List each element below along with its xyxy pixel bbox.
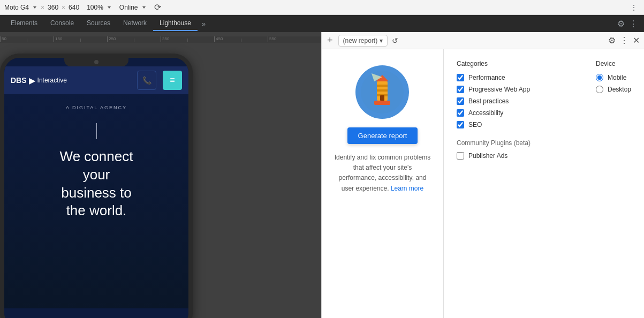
- heading-line2: your: [83, 166, 110, 183]
- best-practices-checkbox[interactable]: [457, 97, 464, 105]
- device-selector[interactable]: Moto G4: [4, 4, 29, 11]
- svg-rect-6: [377, 85, 388, 87]
- width-value[interactable]: 360: [48, 4, 58, 11]
- accessibility-checkbox[interactable]: [457, 109, 464, 117]
- site-logo: DBS ▶ Interactive: [11, 75, 67, 86]
- zoom-dropdown-icon[interactable]: [107, 5, 112, 10]
- device-desktop: Desktop: [596, 86, 631, 93]
- rotate-icon[interactable]: ⟳: [154, 2, 161, 12]
- svg-marker-1: [108, 6, 111, 9]
- heading-line1: We connect: [60, 148, 133, 164]
- accessibility-label: Accessibility: [468, 109, 503, 117]
- devtools-tabs-bar: Elements Console Sources Network Lightho…: [0, 15, 644, 32]
- phone-icon: 📞: [142, 76, 151, 85]
- nav-menu-button[interactable]: ≡: [163, 71, 182, 90]
- ruler-tick: 450: [214, 36, 241, 42]
- mobile-label: Mobile: [608, 74, 626, 81]
- device-mobile: Mobile: [596, 74, 631, 81]
- device-section: Device Mobile Desktop: [596, 60, 631, 307]
- desktop-radio[interactable]: [596, 86, 603, 93]
- phone-notch: [64, 58, 128, 66]
- report-dropdown-arrow-icon: ▾: [380, 37, 383, 44]
- category-performance: Performance: [457, 74, 574, 81]
- dim-x: ×: [62, 4, 65, 11]
- ruler-tick: 550: [268, 36, 294, 42]
- site-hero: A DIGITAL AGENCY We connect your busines…: [4, 94, 188, 308]
- mobile-radio[interactable]: [596, 74, 603, 81]
- pwa-label: Progressive Web App: [468, 86, 530, 93]
- ruler-tick: [187, 39, 214, 42]
- desktop-label: Desktop: [608, 86, 631, 93]
- publisher-ads-label: Publisher Ads: [468, 152, 507, 160]
- svg-rect-7: [377, 89, 388, 92]
- phone-container: DBS ▶ Interactive 📞 ≡: [0, 43, 193, 318]
- site-tagline: A DIGITAL AGENCY: [13, 105, 180, 110]
- learn-more-link[interactable]: Learn more: [391, 185, 423, 192]
- category-pwa: Progressive Web App: [457, 86, 574, 93]
- zoom-selector[interactable]: 100%: [87, 4, 103, 11]
- main-content: 50 150 250 350 450 550: [0, 32, 644, 318]
- lighthouse-intro: Generate report Identify and fix common …: [322, 49, 444, 318]
- tab-console[interactable]: Console: [44, 16, 80, 31]
- category-best-practices: Best practices: [457, 97, 574, 105]
- tab-lighthouse[interactable]: Lighthouse: [153, 16, 198, 31]
- plugin-publisher-ads: Publisher Ads: [457, 152, 574, 160]
- ruler-tick: [27, 39, 54, 42]
- height-value[interactable]: 640: [69, 4, 79, 11]
- ruler-tick: 150: [54, 36, 80, 42]
- site-divider: [96, 123, 97, 139]
- report-dropdown[interactable]: (new report) ▾: [338, 35, 388, 47]
- device-title: Device: [596, 60, 631, 67]
- phone-screen: DBS ▶ Interactive 📞 ≡: [4, 58, 188, 318]
- category-accessibility: Accessibility: [457, 109, 574, 117]
- hamburger-icon: ≡: [170, 75, 175, 85]
- tab-more[interactable]: »: [198, 17, 210, 31]
- dim-separator: ×: [41, 4, 44, 11]
- performance-checkbox[interactable]: [457, 74, 464, 81]
- svg-marker-0: [33, 6, 36, 9]
- lighthouse-close-button[interactable]: ✕: [633, 35, 640, 46]
- publisher-ads-checkbox[interactable]: [457, 152, 464, 160]
- devtools-settings-button[interactable]: ⚙: [615, 18, 627, 30]
- network-dropdown-icon[interactable]: [141, 5, 147, 10]
- heading-line4: the world.: [66, 202, 127, 218]
- best-practices-label: Best practices: [468, 97, 509, 105]
- toolbar-more-button[interactable]: ⋮: [628, 2, 640, 13]
- nav-phone-button[interactable]: 📞: [137, 71, 156, 90]
- lighthouse-panel: + (new report) ▾ ↺ ⚙ ⋮ ✕: [321, 32, 644, 318]
- new-report-button[interactable]: +: [326, 34, 334, 47]
- ruler-area: 50 150 250 350 450 550: [0, 36, 321, 43]
- lighthouse-logo-svg: [361, 71, 404, 113]
- ruler-tick: 50: [0, 36, 27, 42]
- tab-sources[interactable]: Sources: [80, 16, 117, 31]
- seo-label: SEO: [468, 121, 482, 128]
- devtools-more-button[interactable]: ⋮: [627, 18, 640, 30]
- logo-arrow-icon: ▶: [29, 75, 35, 86]
- phone-frame: DBS ▶ Interactive 📞 ≡: [0, 54, 193, 318]
- seo-checkbox[interactable]: [457, 121, 464, 128]
- pwa-checkbox[interactable]: [457, 86, 464, 93]
- phone-camera: [94, 60, 99, 64]
- clear-history-button[interactable]: ↺: [392, 36, 398, 45]
- generate-report-button[interactable]: Generate report: [347, 127, 418, 144]
- logo-interactive: Interactive: [37, 77, 67, 84]
- lighthouse-more-button[interactable]: ⋮: [620, 35, 628, 46]
- ruler-tick: [80, 39, 107, 42]
- community-title: Community Plugins (beta): [457, 139, 574, 147]
- site-heading: We connect your business to the world.: [13, 148, 180, 220]
- lighthouse-settings-button[interactable]: ⚙: [608, 35, 616, 46]
- network-selector[interactable]: Online: [119, 4, 138, 11]
- tab-network[interactable]: Network: [117, 16, 153, 31]
- community-section: Community Plugins (beta) Publisher Ads: [457, 139, 574, 160]
- svg-rect-9: [374, 101, 390, 105]
- categories-section: Categories Performance Progressive Web A…: [457, 60, 574, 307]
- lighthouse-logo: [355, 65, 409, 119]
- ruler-tick: [241, 39, 268, 42]
- ruler-tick: [134, 39, 161, 42]
- tab-elements[interactable]: Elements: [4, 16, 44, 31]
- ruler-tick: 250: [107, 36, 134, 42]
- lighthouse-toolbar: + (new report) ▾ ↺ ⚙ ⋮ ✕: [322, 32, 644, 49]
- report-dropdown-label: (new report): [343, 37, 378, 44]
- device-dropdown-icon[interactable]: [32, 5, 37, 10]
- ruler-tick: 350: [161, 36, 187, 42]
